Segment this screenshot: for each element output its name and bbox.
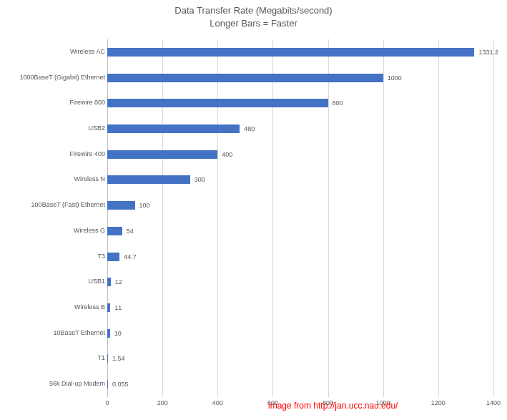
bar [107, 253, 119, 261]
bar [107, 48, 474, 57]
value-label: 800 [333, 99, 343, 107]
value-label: 100 [139, 202, 150, 209]
category-label: T1 [5, 355, 105, 362]
bar [107, 124, 240, 133]
bar-row [107, 321, 493, 346]
bar [107, 150, 217, 159]
chart-subtitle: Longer Bars = Faster [0, 17, 507, 30]
bar-row [107, 269, 493, 295]
bar-row [107, 142, 493, 167]
category-label: 1000BaseT (Gigabit) Ethernet [5, 74, 105, 82]
value-label: 400 [222, 151, 232, 158]
bar-row [107, 295, 493, 321]
category-label: USB1 [5, 278, 105, 285]
value-label: 1331.2 [478, 49, 498, 56]
bar [107, 380, 108, 389]
category-label: Wireless N [5, 176, 105, 183]
bar-row [107, 346, 493, 372]
category-label: Wireless G [5, 228, 105, 235]
category-label: Wireless B [5, 304, 105, 311]
bar [107, 99, 328, 107]
bar-row [107, 167, 493, 193]
value-label: 11 [114, 304, 122, 311]
bar [107, 278, 111, 286]
value-label: 54 [127, 228, 134, 235]
value-label: 44.7 [124, 253, 137, 260]
category-label: T3 [5, 253, 105, 260]
bar [107, 175, 190, 184]
category-label: 56k Dial-up Modem [5, 381, 105, 388]
bar-row [107, 39, 493, 65]
bar-row [107, 65, 493, 91]
x-tick-label: 200 [157, 399, 168, 406]
category-label: USB2 [5, 125, 105, 132]
value-label: 10 [114, 330, 122, 337]
value-label: 480 [244, 125, 255, 132]
bar [107, 329, 110, 338]
gridline [493, 39, 494, 397]
chart-title-block: Data Transfer Rate (Megabits/second) Lon… [0, 0, 507, 29]
plot-area: 0200400600800100012001400 [107, 39, 493, 397]
x-tick-label: 400 [212, 399, 223, 406]
bar-row [107, 116, 493, 142]
x-tick-label: 1400 [486, 399, 501, 406]
value-label: 300 [195, 176, 205, 183]
value-label: 0.055 [112, 381, 129, 388]
image-credit: image from http://jan.ucc.nau.edu/ [268, 401, 398, 411]
bar-row [107, 90, 493, 116]
value-label: 1.54 [112, 355, 125, 362]
bar-row [107, 371, 493, 397]
bar [107, 74, 383, 82]
data-transfer-rate-chart: Data Transfer Rate (Megabits/second) Lon… [0, 0, 507, 420]
category-label: Firewire 400 [5, 151, 105, 158]
category-label: 10BaseT Ethernet [5, 330, 105, 337]
bar [107, 201, 135, 210]
bar-row [107, 218, 493, 244]
x-tick-label: 0 [105, 399, 109, 406]
category-label: Firewire 800 [5, 99, 105, 107]
value-label: 1000 [388, 74, 402, 82]
bar [107, 227, 122, 235]
x-tick-label: 1200 [431, 399, 446, 406]
category-label: Wireless AC [5, 49, 105, 56]
bar-row [107, 244, 493, 270]
bar [107, 354, 108, 363]
bar [107, 303, 110, 312]
value-label: 12 [115, 278, 122, 285]
bar-row [107, 192, 493, 218]
chart-title: Data Transfer Rate (Megabits/second) [0, 4, 507, 17]
category-label: 100BaseT (Fast) Ethernet [5, 202, 105, 209]
